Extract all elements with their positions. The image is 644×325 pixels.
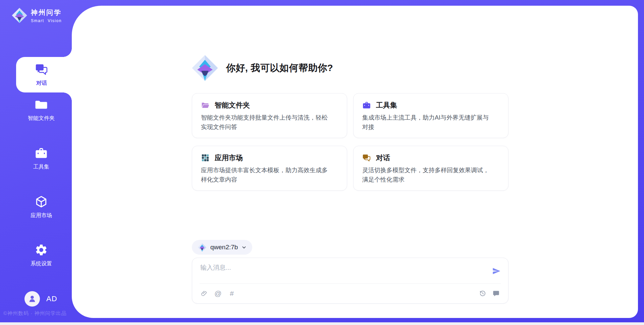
sidebar-item-toolbox[interactable]: 工具集 bbox=[13, 142, 69, 175]
model-selector[interactable]: qwen2:7b bbox=[192, 240, 252, 255]
card-chat[interactable]: 对话 灵活切换多模型文件，支持多样回复效果调试，满足个性化需求 bbox=[353, 146, 508, 191]
greeting: 你好, 我可以如何帮助你? bbox=[191, 54, 333, 82]
quick-chat-button[interactable] bbox=[492, 289, 500, 298]
hash-button[interactable]: # bbox=[228, 289, 236, 298]
briefcase-icon bbox=[362, 101, 371, 110]
send-button[interactable] bbox=[492, 267, 501, 275]
grid-icon bbox=[201, 153, 210, 162]
copyright-text: ©神州数码 · 神州问学出品 bbox=[3, 310, 66, 317]
chat-bubbles-icon bbox=[35, 63, 48, 76]
composer-divider bbox=[200, 283, 501, 284]
sidebar-item-label: 系统设置 bbox=[31, 260, 52, 267]
brand-name: 神州问学 bbox=[31, 8, 62, 17]
attach-button[interactable] bbox=[200, 289, 208, 298]
sidebar-item-label: 应用市场 bbox=[31, 212, 52, 219]
mention-button[interactable]: @ bbox=[214, 289, 222, 298]
user-chip[interactable]: AD bbox=[24, 291, 57, 307]
brand-tagline: Smart Vision bbox=[31, 18, 62, 23]
history-button[interactable] bbox=[479, 289, 487, 298]
chat-bubbles-icon bbox=[362, 153, 371, 162]
greeting-logo-icon bbox=[191, 54, 219, 82]
sidebar-item-app-market[interactable]: 应用市场 bbox=[13, 191, 69, 223]
paperclip-icon bbox=[201, 290, 208, 297]
gear-icon bbox=[35, 243, 48, 257]
sidebar: 神州问学 Smart Vision 对话 智能文件夹 工具集 应用市场 系统设置 bbox=[0, 0, 72, 325]
card-title: 工具集 bbox=[376, 101, 397, 110]
message-input[interactable] bbox=[200, 263, 481, 281]
card-desc: 集成市场上主流工具，助力AI与外界无缝扩展与对接 bbox=[362, 113, 494, 132]
composer: @ # bbox=[192, 258, 508, 304]
sidebar-item-label: 工具集 bbox=[33, 164, 49, 171]
sidebar-item-smart-folder[interactable]: 智能文件夹 bbox=[13, 94, 69, 126]
at-icon: @ bbox=[214, 289, 221, 298]
avatar bbox=[24, 291, 40, 307]
toolbox-icon bbox=[35, 146, 48, 160]
card-smart-folder[interactable]: 智能文件夹 智能文件夹功能支持批量文件上传与清洗，轻松实现文件问答 bbox=[192, 93, 347, 138]
cube-icon bbox=[35, 195, 48, 208]
folder-icon bbox=[35, 98, 48, 111]
card-title: 应用市场 bbox=[215, 153, 243, 162]
card-app-market[interactable]: 应用市场 应用市场提供丰富长文本模板，助力高效生成多样化文章内容 bbox=[192, 146, 347, 191]
folder-open-icon bbox=[201, 101, 210, 110]
history-icon bbox=[479, 290, 486, 297]
chat-bubble-icon bbox=[492, 290, 500, 297]
brand[interactable]: 神州问学 Smart Vision bbox=[11, 7, 62, 23]
window-bottom-strip bbox=[0, 322, 644, 325]
card-title: 对话 bbox=[376, 153, 390, 162]
greeting-title: 你好, 我可以如何帮助你? bbox=[226, 62, 333, 74]
feature-cards: 智能文件夹 智能文件夹功能支持批量文件上传与清洗，轻松实现文件问答 工具集 集成… bbox=[192, 93, 508, 191]
sidebar-item-label: 对话 bbox=[36, 80, 47, 87]
sidebar-item-settings[interactable]: 系统设置 bbox=[13, 239, 69, 271]
sidebar-item-chat[interactable]: 对话 bbox=[16, 57, 72, 92]
model-logo-icon bbox=[198, 243, 207, 252]
card-desc: 应用市场提供丰富长文本模板，助力高效生成多样化文章内容 bbox=[201, 166, 332, 184]
card-desc: 智能文件夹功能支持批量文件上传与清洗，轻松实现文件问答 bbox=[201, 113, 332, 132]
chevron-down-icon bbox=[241, 245, 247, 250]
card-toolbox[interactable]: 工具集 集成市场上主流工具，助力AI与外界无缝扩展与对接 bbox=[353, 93, 508, 138]
model-name: qwen2:7b bbox=[210, 244, 238, 251]
hash-icon: # bbox=[230, 289, 234, 298]
card-title: 智能文件夹 bbox=[215, 101, 250, 110]
send-plane-icon bbox=[492, 267, 501, 275]
brand-logo-icon bbox=[11, 7, 28, 23]
user-initials: AD bbox=[46, 295, 57, 303]
sidebar-item-label: 智能文件夹 bbox=[28, 115, 55, 122]
card-desc: 灵活切换多模型文件，支持多样回复效果调试，满足个性化需求 bbox=[362, 166, 494, 184]
